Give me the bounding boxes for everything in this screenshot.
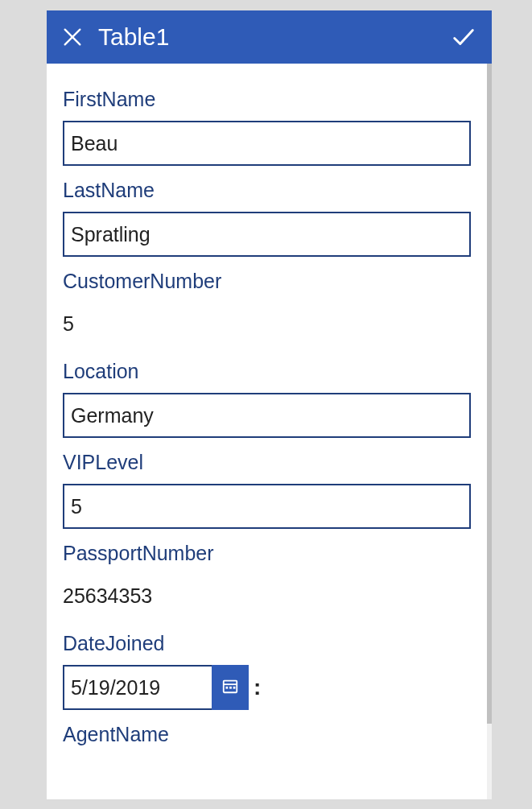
edit-form-panel: Table1 FirstName LastName CustomerNumber… [47,10,492,799]
input-lastname[interactable] [63,212,471,257]
label-lastname: LastName [63,179,471,202]
header-left: Table1 [61,23,169,51]
field-datejoined: DateJoined [63,632,471,710]
field-lastname: LastName [63,179,471,257]
label-location: Location [63,360,471,383]
form-title: Table1 [98,23,169,51]
label-firstname: FirstName [63,88,471,111]
form-header: Table1 [47,10,492,64]
input-firstname[interactable] [63,121,471,166]
value-customernumber: 5 [63,303,471,347]
time-separator: : [254,675,261,700]
field-agentname: AgentName [63,723,471,746]
scrollbar-track[interactable] [487,64,492,799]
svg-rect-2 [224,681,237,693]
input-location[interactable] [63,393,471,438]
label-customernumber: CustomerNumber [63,270,471,293]
label-agentname: AgentName [63,723,471,746]
svg-rect-5 [229,687,232,689]
value-passportnumber: 25634353 [63,575,471,619]
close-icon[interactable] [61,26,84,48]
date-picker-button[interactable] [212,665,249,710]
field-passportnumber: PassportNumber 25634353 [63,542,471,619]
svg-rect-4 [226,687,229,689]
confirm-icon[interactable] [450,23,477,51]
calendar-icon [221,677,239,698]
input-datejoined[interactable] [63,665,212,710]
field-customernumber: CustomerNumber 5 [63,270,471,347]
date-row: : [63,665,471,710]
label-passportnumber: PassportNumber [63,542,471,565]
label-datejoined: DateJoined [63,632,471,655]
field-viplevel: VIPLevel [63,451,471,529]
label-viplevel: VIPLevel [63,451,471,474]
form-body: FirstName LastName CustomerNumber 5 Loca… [47,64,492,799]
svg-rect-6 [233,687,236,689]
field-firstname: FirstName [63,88,471,166]
field-location: Location [63,360,471,438]
input-viplevel[interactable] [63,484,471,529]
form-scroll: FirstName LastName CustomerNumber 5 Loca… [47,64,487,799]
scrollbar-thumb[interactable] [487,64,492,724]
